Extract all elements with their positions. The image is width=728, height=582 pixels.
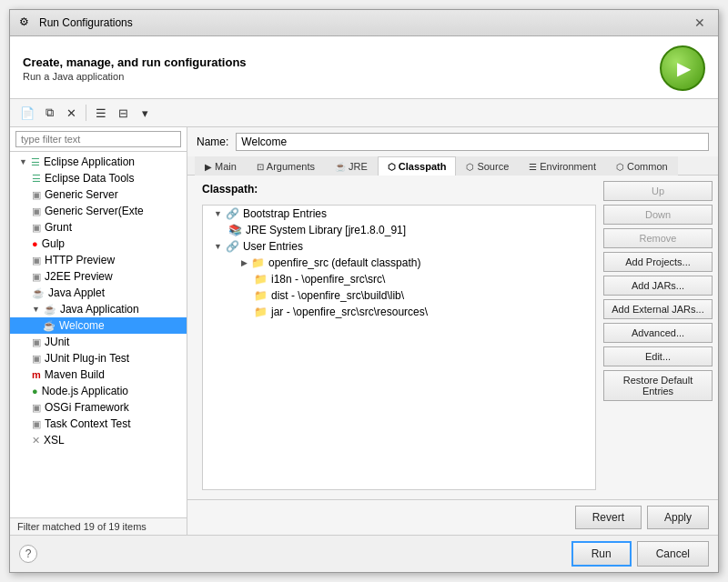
remove-button[interactable]: Remove: [603, 228, 713, 248]
app-icon: ☰: [31, 156, 40, 168]
up-button[interactable]: Up: [603, 181, 713, 201]
list-item[interactable]: ▼ ☰ Eclipse Application: [10, 154, 187, 170]
dialog-icon: ⚙: [19, 15, 34, 30]
tab-arguments[interactable]: ⊡ Arguments: [247, 156, 325, 176]
tab-source[interactable]: ⬡ Source: [456, 156, 519, 176]
grunt-icon: ▣: [32, 222, 41, 234]
tab-main[interactable]: ▶ Main: [195, 156, 247, 176]
list-item[interactable]: ▣ Generic Server: [10, 186, 187, 203]
down-button[interactable]: Down: [603, 205, 713, 225]
tab-environment[interactable]: ☰ Environment: [519, 156, 606, 176]
dialog-title: Run Configurations: [39, 16, 133, 29]
footer: ? Run Cancel: [10, 535, 718, 572]
osgi-icon: ▣: [32, 402, 41, 414]
config-tree: ▼ ☰ Eclipse Application ☰ Eclipse Data T…: [10, 152, 187, 517]
list-item[interactable]: ▣ Grunt: [10, 219, 187, 236]
classpath-tab-content: Classpath: ▼ 🔗 Bootstrap Entries 📚 JRE S…: [187, 176, 718, 499]
item-label: Generic Server: [45, 188, 118, 201]
list-item[interactable]: ▣ J2EE Preview: [10, 268, 187, 285]
cancel-button[interactable]: Cancel: [637, 541, 709, 567]
collapse-button[interactable]: ⊟: [113, 103, 133, 123]
footer-right: Run Cancel: [571, 541, 709, 567]
add-projects-button[interactable]: Add Projects...: [603, 252, 713, 272]
new-config-button[interactable]: 📄: [17, 103, 37, 123]
tab-jre-label: JRE: [349, 161, 368, 172]
filter-button[interactable]: ☰: [91, 103, 111, 123]
j2ee-icon: ▣: [32, 271, 41, 283]
list-item[interactable]: ☰ Eclipse Data Tools: [10, 170, 187, 186]
classpath-panel: ▼ 🔗 Bootstrap Entries 📚 JRE System Libra…: [202, 205, 596, 490]
run-button[interactable]: [660, 45, 705, 91]
apply-button[interactable]: Apply: [647, 506, 709, 529]
title-bar: ⚙ Run Configurations ✕: [10, 10, 718, 36]
list-item[interactable]: ▣ Task Context Test: [10, 416, 187, 432]
run-config-button[interactable]: Run: [571, 541, 632, 567]
app-icon: ☰: [32, 173, 41, 185]
list-item[interactable]: ✕ XSL: [10, 432, 187, 448]
help-button[interactable]: ?: [19, 545, 37, 563]
add-jars-button[interactable]: Add JARs...: [603, 276, 713, 296]
list-item[interactable]: ▼ ☕ Java Application: [10, 301, 187, 317]
list-item[interactable]: ▣ HTTP Preview: [10, 252, 187, 268]
cp-i18n[interactable]: 📁 i18n - \openfire_src\src\: [207, 271, 592, 287]
item-label: JUnit: [45, 336, 69, 348]
http-icon: ▣: [32, 255, 41, 266]
tab-classpath[interactable]: ⬡ Classpath: [378, 156, 457, 176]
tabs: ▶ Main ⊡ Arguments ☕ JRE ⬡ Classpath ⬡: [187, 156, 718, 176]
revert-button[interactable]: Revert: [575, 506, 642, 529]
cp-dist[interactable]: 📁 dist - \openfire_src\build\lib\: [207, 287, 592, 304]
duplicate-button[interactable]: ⧉: [39, 103, 59, 123]
cp-item-label: openfire_src (default classpath): [268, 256, 420, 269]
folder-icon: 📁: [254, 273, 268, 286]
list-item[interactable]: ● Gulp: [10, 236, 187, 252]
cp-jar[interactable]: 📁 jar - \openfire_src\src\resources\: [207, 304, 592, 320]
run-configurations-dialog: ⚙ Run Configurations ✕ Create, manage, a…: [9, 9, 719, 573]
delete-button[interactable]: ✕: [61, 103, 81, 123]
java-icon: ☕: [32, 287, 45, 299]
close-button[interactable]: ✕: [691, 15, 709, 30]
expand-arrow: ▼: [32, 305, 40, 314]
cp-user-entries-group[interactable]: ▼ 🔗 User Entries: [207, 238, 592, 255]
folder-icon: 📁: [251, 256, 265, 269]
filter-box: [10, 127, 187, 152]
bottom-right: Revert Apply: [575, 506, 709, 529]
list-item[interactable]: ▣ JUnit: [10, 334, 187, 350]
name-input[interactable]: [236, 133, 709, 151]
list-item-welcome[interactable]: ☕ Welcome: [10, 317, 187, 334]
add-external-jars-button[interactable]: Add External JARs...: [603, 299, 713, 319]
item-label: Welcome: [59, 319, 105, 332]
filter-input[interactable]: [15, 131, 181, 147]
list-item[interactable]: ▣ OSGi Framework: [10, 399, 187, 416]
main-panel: Name: ▶ Main ⊡ Arguments ☕ JRE ⬡: [187, 127, 718, 535]
tab-jre[interactable]: ☕ JRE: [325, 156, 378, 176]
xsl-icon: ✕: [32, 435, 40, 447]
advanced-button[interactable]: Advanced...: [603, 323, 713, 343]
tab-common[interactable]: ⬡ Common: [606, 156, 678, 176]
list-item[interactable]: m Maven Build: [10, 366, 187, 383]
junit-icon: ▣: [32, 336, 41, 348]
header-title: Create, manage, and run configurations: [23, 55, 247, 69]
cp-bootstrap-group[interactable]: ▼ 🔗 Bootstrap Entries: [207, 206, 592, 222]
cp-openfire-src[interactable]: ▶ 📁 openfire_src (default classpath): [207, 255, 592, 271]
list-item[interactable]: ● Node.js Applicatio: [10, 383, 187, 399]
list-item[interactable]: ▣ Generic Server(Exte: [10, 203, 187, 219]
classpath-tree: ▼ 🔗 Bootstrap Entries 📚 JRE System Libra…: [203, 206, 595, 320]
cp-jre-library[interactable]: 📚 JRE System Library [jre1.8.0_91]: [207, 222, 592, 238]
maven-icon: m: [32, 369, 41, 380]
junit-plugin-icon: ▣: [32, 353, 41, 365]
toolbar: 📄 ⧉ ✕ ☰ ⊟ ▾: [10, 99, 718, 127]
sidebar: ▼ ☰ Eclipse Application ☰ Eclipse Data T…: [10, 127, 187, 535]
restore-default-button[interactable]: Restore Default Entries: [603, 370, 713, 401]
name-label: Name:: [197, 135, 228, 148]
expand-arrow: ▼: [19, 157, 27, 166]
tab-source-label: Source: [477, 161, 509, 172]
edit-button[interactable]: Edit...: [603, 346, 713, 366]
cp-item-label: Bootstrap Entries: [243, 207, 327, 220]
list-item[interactable]: ☕ Java Applet: [10, 285, 187, 301]
dropdown-button[interactable]: ▾: [135, 103, 155, 123]
task-icon: ▣: [32, 418, 41, 430]
filter-status: Filter matched 19 of 19 items: [10, 517, 187, 535]
cp-item-label: JRE System Library [jre1.8.0_91]: [246, 224, 406, 236]
list-item[interactable]: ▣ JUnit Plug-in Test: [10, 350, 187, 366]
item-label: Eclipse Application: [44, 156, 135, 168]
